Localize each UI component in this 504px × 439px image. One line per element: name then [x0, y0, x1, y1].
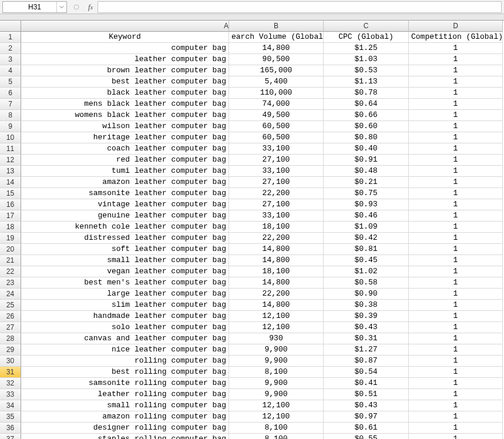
row-header[interactable]: 15	[0, 188, 21, 199]
cell-volume[interactable]: 9,900	[229, 344, 324, 356]
header-cpc[interactable]: CPC (Global)	[324, 32, 409, 43]
cell-cpc[interactable]: $1.03	[324, 54, 409, 65]
cell-competition[interactable]: 1	[409, 311, 503, 322]
name-box[interactable]: H31	[2, 1, 67, 13]
cell-competition[interactable]: 1	[409, 132, 503, 143]
cell-cpc[interactable]: $0.45	[324, 255, 409, 266]
cell-competition[interactable]: 1	[409, 65, 503, 76]
cell-cpc[interactable]: $0.31	[324, 333, 409, 344]
cell-volume[interactable]: 12,100	[229, 400, 324, 411]
cell-competition[interactable]: 1	[409, 244, 503, 255]
cell-competition[interactable]: 1	[409, 289, 503, 300]
cell-volume[interactable]: 14,800	[229, 244, 324, 255]
cell-competition[interactable]: 1	[409, 121, 503, 132]
fx-icon[interactable]: fx	[88, 2, 93, 12]
row-header[interactable]: 26	[0, 311, 21, 322]
cell-keyword[interactable]: large leather computer bag	[21, 289, 229, 300]
row-header[interactable]: 30	[0, 356, 21, 367]
row-header[interactable]: 32	[0, 378, 21, 389]
cell-volume[interactable]: 90,500	[229, 54, 324, 65]
row-header[interactable]: 2	[0, 43, 21, 54]
cell-competition[interactable]: 1	[409, 166, 503, 177]
cell-competition[interactable]: 1	[409, 300, 503, 311]
cell-volume[interactable]: 33,100	[229, 210, 324, 222]
cell-keyword[interactable]: brown leather computer bag	[21, 65, 229, 76]
row-header[interactable]: 9	[0, 121, 21, 132]
cell-keyword[interactable]: best rolling computer bag	[21, 367, 229, 378]
cell-volume[interactable]: 14,800	[229, 43, 324, 54]
cell-cpc[interactable]: $0.43	[324, 400, 409, 411]
col-header-a[interactable]: A	[21, 21, 229, 32]
cell-competition[interactable]: 1	[409, 43, 503, 54]
row-header[interactable]: 3	[0, 54, 21, 65]
cell-volume[interactable]: 8,100	[229, 434, 324, 439]
name-box-dropdown[interactable]	[56, 2, 66, 12]
cell-keyword[interactable]: kenneth cole leather computer bag	[21, 222, 229, 233]
row-header[interactable]: 8	[0, 110, 21, 121]
cell-keyword[interactable]: distressed leather computer bag	[21, 233, 229, 244]
cell-competition[interactable]: 1	[409, 367, 503, 378]
cell-volume[interactable]: 165,000	[229, 65, 324, 76]
cell-competition[interactable]: 1	[409, 222, 503, 233]
cell-volume[interactable]: 33,100	[229, 143, 324, 155]
row-header[interactable]: 16	[0, 199, 21, 210]
cell-cpc[interactable]: $0.80	[324, 132, 409, 143]
cell-cpc[interactable]: $0.53	[324, 65, 409, 76]
cell-keyword[interactable]: designer rolling computer bag	[21, 423, 229, 434]
cell-volume[interactable]: 22,200	[229, 233, 324, 244]
cell-cpc[interactable]: $0.87	[324, 356, 409, 367]
cell-competition[interactable]: 1	[409, 344, 503, 356]
cell-competition[interactable]: 1	[409, 76, 503, 88]
cell-keyword[interactable]: vintage leather computer bag	[21, 199, 229, 210]
cell-cpc[interactable]: $0.66	[324, 110, 409, 121]
cell-competition[interactable]: 1	[409, 199, 503, 210]
cell-volume[interactable]: 5,400	[229, 76, 324, 88]
cell-volume[interactable]: 49,500	[229, 110, 324, 121]
col-header-d[interactable]: D	[409, 21, 503, 32]
cell-keyword[interactable]: soft leather computer bag	[21, 244, 229, 255]
cell-volume[interactable]: 8,100	[229, 367, 324, 378]
cell-cpc[interactable]: $0.40	[324, 143, 409, 155]
cell-volume[interactable]: 60,500	[229, 132, 324, 143]
cell-competition[interactable]: 1	[409, 411, 503, 423]
cell-competition[interactable]: 1	[409, 255, 503, 266]
cell-competition[interactable]: 1	[409, 143, 503, 155]
row-header[interactable]: 13	[0, 166, 21, 177]
cell-cpc[interactable]: $0.51	[324, 389, 409, 400]
cell-volume[interactable]: 22,200	[229, 289, 324, 300]
cell-cpc[interactable]: $0.60	[324, 121, 409, 132]
cell-cpc[interactable]: $0.78	[324, 88, 409, 99]
row-header[interactable]: 34	[0, 400, 21, 411]
cell-keyword[interactable]: tumi leather computer bag	[21, 166, 229, 177]
cell-competition[interactable]: 1	[409, 110, 503, 121]
cell-keyword[interactable]: computer bag	[21, 43, 229, 54]
cell-competition[interactable]: 1	[409, 188, 503, 199]
cell-competition[interactable]: 1	[409, 266, 503, 277]
cell-cpc[interactable]: $1.09	[324, 222, 409, 233]
cell-competition[interactable]: 1	[409, 277, 503, 289]
cell-volume[interactable]: 27,100	[229, 199, 324, 210]
cell-keyword[interactable]: small rolling computer bag	[21, 400, 229, 411]
col-header-b[interactable]: B	[229, 21, 324, 32]
select-all-corner[interactable]	[0, 21, 21, 32]
cell-cpc[interactable]: $0.61	[324, 423, 409, 434]
cell-keyword[interactable]: amazon rolling computer bag	[21, 411, 229, 423]
cell-volume[interactable]: 27,100	[229, 177, 324, 188]
cell-competition[interactable]: 1	[409, 99, 503, 110]
header-keyword[interactable]: Keyword	[21, 32, 229, 43]
cell-cpc[interactable]: $1.02	[324, 266, 409, 277]
cell-competition[interactable]: 1	[409, 389, 503, 400]
cell-competition[interactable]: 1	[409, 423, 503, 434]
row-header[interactable]: 31	[0, 367, 21, 378]
row-header[interactable]: 27	[0, 322, 21, 333]
cancel-icon[interactable]	[70, 1, 82, 13]
row-header[interactable]: 18	[0, 222, 21, 233]
row-header[interactable]: 21	[0, 255, 21, 266]
cell-volume[interactable]: 18,100	[229, 222, 324, 233]
cell-keyword[interactable]: solo leather computer bag	[21, 322, 229, 333]
cell-competition[interactable]: 1	[409, 400, 503, 411]
cell-cpc[interactable]: $0.48	[324, 166, 409, 177]
row-header[interactable]: 1	[0, 32, 21, 43]
cell-volume[interactable]: 12,100	[229, 311, 324, 322]
row-header[interactable]: 29	[0, 344, 21, 356]
